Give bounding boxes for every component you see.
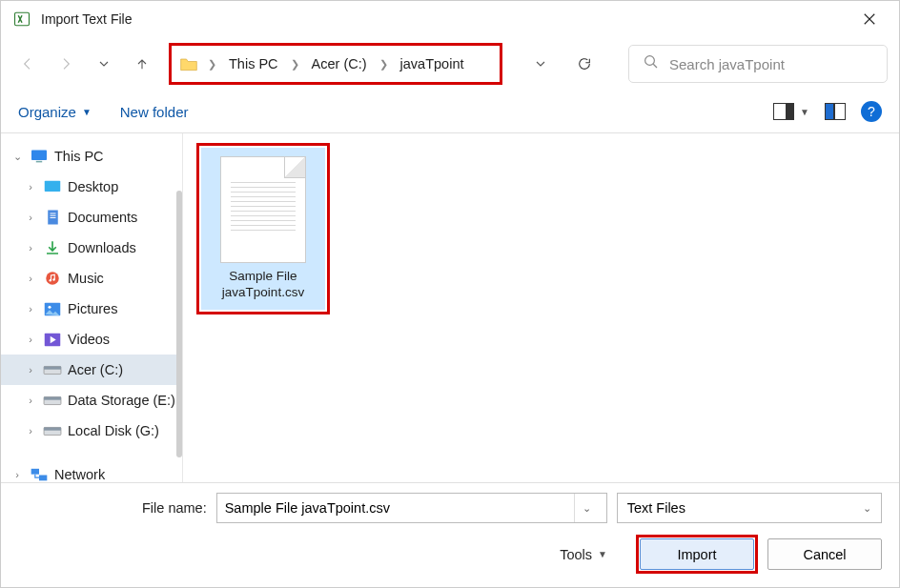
tree-downloads[interactable]: › Downloads [1, 233, 182, 263]
tree-local-disk[interactable]: › Local Disk (G:) [1, 416, 182, 446]
breadcrumb-dropdown[interactable] [525, 49, 556, 79]
search-box[interactable] [628, 45, 888, 83]
preview-pane-button[interactable] [825, 103, 846, 120]
expand-icon[interactable]: › [24, 212, 37, 223]
back-button[interactable] [12, 49, 43, 79]
breadcrumb-bar[interactable]: ❯ This PC ❯ Acer (C:) ❯ javaTpoint [169, 43, 502, 85]
filename-combobox[interactable]: Sample File javaTpoint.csv ⌄ [216, 493, 607, 523]
file-label: Sample File javaTpoint.csv [222, 269, 304, 301]
toolbar: Organize ▼ New folder ▼ ? [1, 91, 899, 132]
forward-button[interactable] [51, 49, 81, 79]
up-button[interactable] [127, 49, 157, 79]
caret-down-icon: ▼ [598, 549, 607, 559]
expand-icon[interactable]: › [24, 425, 37, 436]
cancel-button[interactable]: Cancel [767, 538, 882, 570]
svg-rect-16 [44, 366, 61, 369]
highlight-box: Sample File javaTpoint.csv [196, 143, 330, 314]
expand-icon[interactable]: › [24, 303, 37, 314]
svg-rect-3 [36, 161, 42, 163]
drive-icon [43, 361, 62, 378]
tree-label: Local Disk (G:) [68, 423, 159, 438]
svg-rect-4 [45, 180, 61, 191]
svg-point-11 [52, 278, 54, 280]
drive-icon [43, 392, 62, 409]
new-folder-button[interactable]: New folder [120, 104, 189, 120]
folder-icon [179, 55, 198, 72]
breadcrumb-drive[interactable]: Acer (C:) [309, 54, 370, 73]
tree-label: Network [54, 467, 105, 482]
filename-value: Sample File javaTpoint.csv [225, 500, 390, 516]
file-thumbnail-icon [220, 156, 306, 263]
breadcrumb-folder[interactable]: javaTpoint [398, 54, 467, 73]
footer: File name: Sample File javaTpoint.csv ⌄ … [1, 482, 899, 587]
svg-rect-21 [31, 468, 39, 474]
organize-label: Organize [18, 104, 76, 120]
svg-rect-6 [50, 213, 55, 214]
chevron-right-icon: ❯ [376, 58, 392, 71]
recent-dropdown[interactable] [89, 49, 119, 79]
desktop-icon [43, 178, 62, 195]
pictures-icon [43, 300, 62, 317]
close-button[interactable] [848, 1, 891, 37]
tree-label: Documents [68, 210, 137, 225]
tree-videos[interactable]: › Videos [1, 324, 182, 355]
search-icon [643, 53, 660, 74]
tree-documents[interactable]: › Documents [1, 202, 182, 233]
tree-data-storage[interactable]: › Data Storage (E:) [1, 385, 182, 416]
highlight-box: Import [636, 535, 758, 574]
file-item-sample[interactable]: Sample File javaTpoint.csv [201, 148, 325, 310]
refresh-button[interactable] [569, 49, 600, 79]
excel-app-icon [12, 10, 31, 29]
tree-label: Music [68, 271, 104, 286]
expand-icon[interactable]: › [24, 334, 37, 345]
body: ⌄ This PC › Desktop › Documents › Downlo… [1, 132, 899, 482]
tree-label: Downloads [68, 240, 136, 255]
tree-label: Acer (C:) [68, 362, 123, 377]
dropdown-icon[interactable]: ⌄ [574, 494, 599, 522]
caret-down-icon: ▼ [800, 107, 809, 117]
svg-point-1 [645, 56, 655, 66]
tree-music[interactable]: › Music [1, 263, 182, 294]
view-mode-button[interactable]: ▼ [773, 103, 809, 120]
svg-point-9 [46, 272, 59, 285]
dropdown-icon[interactable]: ⌄ [863, 502, 871, 515]
breadcrumb-this-pc[interactable]: This PC [226, 54, 281, 73]
expand-icon[interactable]: › [24, 273, 37, 284]
tree-desktop[interactable]: › Desktop [1, 172, 182, 202]
tree-label: Videos [68, 332, 110, 347]
svg-rect-18 [44, 396, 61, 399]
help-button[interactable]: ? [861, 101, 882, 122]
tools-button[interactable]: Tools ▼ [560, 547, 607, 562]
downloads-icon [43, 239, 62, 256]
tree-label: Desktop [68, 179, 118, 194]
search-input[interactable] [669, 56, 873, 72]
import-text-file-dialog: Import Text File ❯ This PC ❯ Acer (C:) ❯ [0, 0, 900, 588]
file-list[interactable]: Sample File javaTpoint.csv [182, 133, 899, 482]
collapse-icon[interactable]: ⌄ [10, 151, 24, 163]
svg-rect-7 [50, 215, 55, 216]
file-name-line2: javaTpoint.csv [222, 285, 304, 299]
filename-label: File name: [142, 500, 207, 516]
expand-icon[interactable]: › [24, 242, 37, 253]
tree-network[interactable]: › Network [1, 459, 182, 482]
organize-button[interactable]: Organize ▼ [18, 104, 92, 120]
expand-icon[interactable]: › [10, 469, 24, 480]
expand-icon[interactable]: › [24, 364, 37, 375]
tree-this-pc[interactable]: ⌄ This PC [1, 141, 182, 172]
chevron-right-icon: ❯ [204, 58, 220, 71]
tree-label: Data Storage (E:) [68, 393, 175, 408]
svg-rect-2 [31, 151, 47, 160]
svg-rect-0 [15, 12, 30, 26]
tree-pictures[interactable]: › Pictures [1, 294, 182, 324]
tree-label: This PC [54, 149, 104, 164]
tree-label: Pictures [68, 301, 117, 316]
expand-icon[interactable]: › [24, 395, 37, 406]
svg-rect-20 [44, 427, 61, 430]
svg-point-10 [50, 279, 51, 281]
drive-icon [43, 422, 62, 439]
expand-icon[interactable]: › [24, 181, 37, 193]
tree-acer-c[interactable]: › Acer (C:) [1, 355, 182, 385]
filetype-filter[interactable]: Text Files ⌄ [617, 493, 882, 523]
svg-rect-8 [50, 217, 55, 218]
import-button[interactable]: Import [640, 538, 754, 570]
